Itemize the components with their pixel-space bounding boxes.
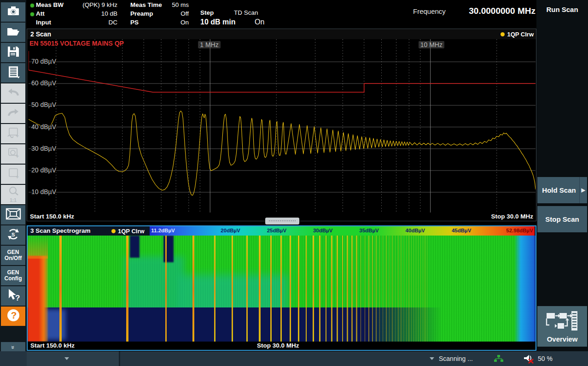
harmonic-stripe xyxy=(365,236,366,342)
dropdown-chevron-icon[interactable] xyxy=(430,357,434,360)
open-file-button[interactable] xyxy=(1,23,25,42)
att-label: Att xyxy=(36,10,45,17)
colorbar-tick-label: 11.2dBµV xyxy=(151,228,175,233)
harmonic-stripe xyxy=(232,236,233,342)
meas-bw-label: Meas BW xyxy=(36,1,64,8)
colorbar-tick-label: 45dBµV xyxy=(452,228,471,233)
dropdown-chevron-icon[interactable] xyxy=(64,357,69,360)
softkey-panel: Run Scan Hold Scan ▶ Stop Scan xyxy=(536,0,588,351)
context-help-button[interactable]: ? xyxy=(1,286,25,306)
status-message: Scanning ... xyxy=(439,355,473,362)
status-bar: Scanning ... 50 % xyxy=(0,351,588,366)
harmonic-stripe xyxy=(165,236,167,342)
harmonic-stripe xyxy=(331,236,332,342)
td-scan-label: TD Scan xyxy=(234,9,258,16)
spectrogram-footer: Start 150.0 kHz Stop 30.0 MHz xyxy=(28,342,536,350)
harmonic-stripe xyxy=(392,236,393,342)
att-value[interactable]: 10 dB xyxy=(73,10,117,17)
spectrogram-trace-legend[interactable]: 1QP Clrw xyxy=(111,228,145,235)
add-trace-diagram-button[interactable]: + xyxy=(1,124,25,143)
svg-text:?: ? xyxy=(11,310,17,320)
harmonic-stripe xyxy=(361,236,361,342)
run-scan-button[interactable]: Run Scan xyxy=(536,6,588,13)
spectrogram-stop-freq: Stop 30.0 MHz xyxy=(257,342,299,349)
hold-scan-button[interactable]: Hold Scan ▶ xyxy=(537,177,587,203)
harmonic-stripe xyxy=(246,236,248,342)
measurement-header: Meas BW Att Input (QPK) 9 kHz 10 dB DC M… xyxy=(27,0,536,29)
help-button[interactable]: ? xyxy=(1,307,25,326)
toolbar-more-button[interactable]: » xyxy=(1,342,25,352)
scan-start-freq: Start 150.0 kHz xyxy=(30,213,74,220)
harmonic-stripe xyxy=(351,236,353,342)
y-axis-label: 40 dBµV xyxy=(31,123,56,130)
att-led xyxy=(30,12,34,16)
undo-button[interactable] xyxy=(1,83,25,103)
colorbar-tick-label: 40dBµV xyxy=(406,228,425,233)
save-button[interactable] xyxy=(1,43,25,62)
meas-bw-value[interactable]: (QPK) 9 kHz xyxy=(73,1,117,8)
overview-button[interactable]: Overview xyxy=(537,306,587,347)
harmonic-stripe xyxy=(416,236,417,342)
meas-time-value[interactable]: 50 ms xyxy=(158,1,189,8)
spectrogram-titlebar[interactable]: 3 Scan Spectrogram 1QP Clrw 11.2dBµV20dB… xyxy=(28,226,536,236)
submenu-arrow-icon: ▶ xyxy=(579,177,585,203)
add-zoom-area-button[interactable]: + xyxy=(1,144,25,164)
display-config-button[interactable] xyxy=(1,205,25,224)
one-to-one-label: 1:1 xyxy=(10,197,16,203)
window-splitter-handle[interactable] xyxy=(265,218,299,224)
volume-muted-icon[interactable] xyxy=(523,354,535,366)
harmonic-stripe xyxy=(423,236,424,342)
svg-text:+: + xyxy=(16,133,19,139)
scan-trace-legend[interactable]: 1QP Clrw xyxy=(501,31,534,38)
sequencer-button[interactable]: S xyxy=(1,225,25,245)
harmonic-stripe xyxy=(406,236,407,342)
input-value[interactable]: DC xyxy=(73,19,117,26)
harmonic-stripe xyxy=(313,236,314,342)
colorbar-tick-label: 52.98dBµV xyxy=(506,228,533,233)
add-window-button[interactable]: + xyxy=(1,165,25,184)
harmonic-stripe xyxy=(347,236,348,342)
scan-window-title: 2 Scan xyxy=(30,30,51,38)
step-value[interactable]: 10 dB min xyxy=(200,18,235,26)
spectrogram-image[interactable] xyxy=(28,236,536,342)
stop-scan-label: Stop Scan xyxy=(545,215,579,223)
frequency-label: Frequency xyxy=(413,7,446,15)
gen-config-button[interactable]: GEN Config xyxy=(1,266,25,285)
td-scan-value[interactable]: On xyxy=(255,18,264,26)
scan-plot[interactable]: EN 55015 VOLTAGE MAINS QP 70 dBµV60 dBµV… xyxy=(29,39,536,213)
redo-button[interactable] xyxy=(1,104,25,123)
scan-window-titlebar[interactable]: 2 Scan 1QP Clrw xyxy=(27,29,536,39)
print-report-button[interactable] xyxy=(1,63,25,83)
network-status-icon[interactable] xyxy=(494,354,504,365)
gen-onoff-button[interactable]: GEN On/Off xyxy=(1,246,25,265)
stop-scan-button[interactable]: Stop Scan xyxy=(537,206,587,232)
x-axis-label: 10 MHz xyxy=(419,41,444,48)
preamp-label: Preamp xyxy=(130,10,153,17)
add-window-icon: + xyxy=(6,167,20,181)
display-frame-icon xyxy=(6,208,21,222)
harmonic-stripe xyxy=(59,236,62,342)
zoom-one-to-one-button[interactable]: 1:1 xyxy=(1,185,25,204)
scan-window: 2 Scan 1QP Clrw EN 55015 VOLTAGE MAINS Q… xyxy=(27,29,536,221)
volume-level: 50 % xyxy=(538,355,553,362)
limit-line-label: EN 55015 VOLTAGE MAINS QP xyxy=(29,40,124,47)
save-floppy-icon xyxy=(7,46,20,59)
harmonic-stripe xyxy=(395,236,396,342)
meas-time-label: Meas Time xyxy=(130,1,162,8)
screenshot-button[interactable] xyxy=(1,2,25,22)
instrument-screen: + + + 1:1 S xyxy=(0,0,588,366)
step-label: Step xyxy=(200,9,214,16)
harmonic-stripe xyxy=(383,236,384,342)
y-axis-label: 60 dBµV xyxy=(31,79,56,87)
ps-value[interactable]: On xyxy=(158,19,189,26)
y-axis-label: 10 dBµV xyxy=(31,188,56,195)
trace-color-dot xyxy=(501,32,505,36)
harmonic-stripe xyxy=(401,236,402,342)
harmonic-stripe xyxy=(337,236,338,342)
frequency-value[interactable]: 30.0000000 MHz xyxy=(453,6,536,16)
harmonic-stripe xyxy=(389,236,390,342)
harmonic-stripe xyxy=(418,236,419,342)
preamp-value[interactable]: Off xyxy=(158,10,189,17)
status-left-cell[interactable] xyxy=(27,351,120,366)
add-zoom-icon: + xyxy=(6,147,20,161)
